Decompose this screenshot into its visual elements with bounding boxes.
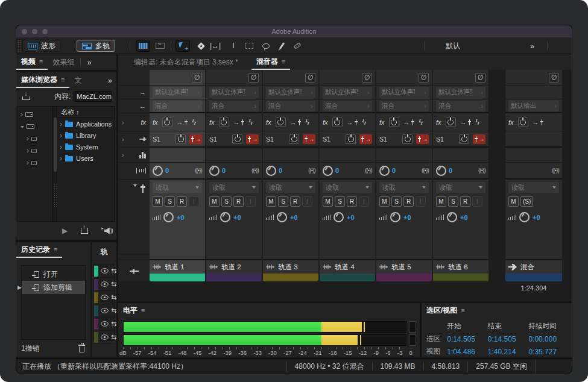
tab-selection-view[interactable]: 选区/视图 ≡	[422, 303, 470, 318]
tree-item-expanded[interactable]	[18, 121, 52, 133]
master-output-select[interactable]: 默认输出 ›	[508, 101, 559, 111]
view-duration-value[interactable]: 0:35.727	[528, 348, 569, 356]
lasso-selection-tool[interactable]	[259, 40, 273, 52]
clip-indicator-right[interactable]	[409, 334, 416, 346]
selection-duration-value[interactable]: 0:00.000	[528, 335, 569, 343]
eye-icon[interactable]	[101, 321, 109, 327]
tab-editor[interactable]: 编辑器: 未命名混音项目 3.sesx *	[129, 54, 243, 70]
track-color-swatch[interactable]	[94, 279, 98, 290]
track-color-swatch[interactable]	[94, 292, 98, 303]
mute-button[interactable]: M	[508, 196, 519, 207]
solo-safe-button[interactable]: (S)	[520, 196, 533, 207]
multitrack-view-button[interactable]: 多轨	[77, 40, 115, 52]
chevron-right-icon[interactable]: ›	[27, 134, 29, 143]
folder-row[interactable]: › System	[57, 141, 115, 152]
name-column-header[interactable]: 名称 ↑	[57, 107, 115, 118]
panel-menu-icon[interactable]: ≡	[39, 58, 43, 65]
tree-item[interactable]: ›	[18, 108, 52, 121]
swap-arrows-icon[interactable]: ⇆	[111, 307, 116, 315]
track-visibility-row[interactable]: ⇆	[94, 331, 114, 344]
content-dropdown[interactable]: MacZL.com	[74, 91, 112, 102]
track-color-swatch[interactable]	[94, 305, 98, 316]
tab-history[interactable]: 历史记录 ≡	[16, 242, 62, 258]
loop-preview-button[interactable]	[81, 228, 88, 234]
track-visibility-row[interactable]: ⇆	[94, 318, 114, 331]
chevron-right-icon[interactable]: ›	[60, 131, 62, 140]
panel-overflow-button[interactable]: »	[82, 54, 95, 70]
track-color-swatch[interactable]	[94, 332, 98, 343]
eye-icon[interactable]	[101, 308, 109, 313]
swap-arrows-icon[interactable]: ⇆	[111, 267, 116, 275]
folder-row[interactable]: › Users	[57, 152, 115, 164]
selection-end-value[interactable]: 0:14.505	[488, 335, 529, 343]
clip-indicator-left[interactable]	[409, 321, 416, 333]
tree-item[interactable]: ›	[18, 133, 52, 145]
workspace-more-button[interactable]: »	[530, 40, 534, 52]
move-tool[interactable]	[175, 40, 190, 52]
panel-menu-icon[interactable]: ≡	[282, 58, 285, 65]
paintbrush-selection-tool[interactable]	[274, 40, 289, 52]
eye-icon[interactable]	[101, 268, 109, 274]
volume-knob[interactable]	[519, 212, 530, 222]
tree-item[interactable]: ›	[18, 157, 52, 169]
import-icon[interactable]	[22, 93, 30, 100]
history-item[interactable]: ▶ 添加剪辑	[22, 281, 85, 294]
chevron-right-icon[interactable]: ›	[27, 158, 29, 167]
panel-overflow-button[interactable]: »	[103, 72, 116, 88]
chevron-down-icon[interactable]	[21, 126, 24, 128]
auto-play-speaker-button[interactable]: ))	[101, 228, 113, 234]
chevron-right-icon[interactable]: ›	[60, 120, 62, 128]
time-selection-tool[interactable]: I	[226, 40, 241, 52]
slip-tool[interactable]: |↔|	[208, 40, 223, 52]
swap-arrows-icon[interactable]: ⇆	[111, 293, 116, 301]
automation-mode-select[interactable]: 读取	[508, 182, 559, 193]
fx-power-button[interactable]	[518, 117, 528, 127]
tab-effects-rack[interactable]: 效果组	[48, 54, 79, 70]
panel-menu-icon[interactable]: ≡	[461, 307, 464, 314]
track-visibility-row[interactable]: ⇆	[94, 304, 114, 318]
spectral-display-button[interactable]	[136, 40, 150, 52]
media-tree-scrollbar[interactable]	[53, 107, 57, 221]
fx-prepost-button[interactable]: →	[533, 119, 544, 126]
tab-media-browser[interactable]: 媒体浏览器 ≡	[16, 72, 69, 88]
chevron-right-icon[interactable]: ›	[60, 154, 62, 163]
trash-icon[interactable]	[79, 346, 84, 352]
chevron-right-icon[interactable]: ›	[27, 146, 29, 155]
tab-mixer[interactable]: 混音器 ≡	[251, 54, 290, 70]
workspace-selector[interactable]: 默认	[446, 40, 460, 52]
selection-start-value[interactable]: 0:14.505	[447, 335, 488, 343]
track-visibility-row[interactable]: ⇆	[94, 278, 114, 291]
panel-menu-icon[interactable]: ≡	[54, 246, 57, 253]
waveform-display-button[interactable]	[153, 40, 167, 52]
track-visibility-row[interactable]: ⇆	[94, 291, 114, 304]
eye-icon[interactable]	[101, 334, 109, 340]
swap-arrows-icon[interactable]: ⇆	[111, 280, 116, 288]
waveform-view-button[interactable]: 波形	[22, 40, 61, 52]
track-color-swatch[interactable]	[94, 266, 98, 277]
tab-video[interactable]: 视频 ≡	[16, 54, 48, 70]
scrollbar-thumb[interactable]	[54, 117, 57, 172]
eye-icon[interactable]	[101, 281, 109, 287]
track-visibility-row[interactable]: ⇆	[94, 265, 114, 278]
phase-invert-button[interactable]: ∅	[549, 73, 559, 83]
tab-levels[interactable]: 电平 ≡	[118, 303, 150, 318]
tree-item[interactable]: ›	[18, 145, 52, 157]
title-bar[interactable]: Adobe Audition	[16, 25, 572, 37]
folder-row[interactable]: › Applications	[57, 118, 115, 130]
panel-menu-icon[interactable]: ≡	[61, 76, 65, 83]
view-end-value[interactable]: 1:40.214	[488, 348, 529, 356]
spot-healing-brush-tool[interactable]	[290, 40, 305, 52]
eye-icon[interactable]	[101, 295, 109, 300]
toolbar-grip[interactable]	[17, 40, 21, 52]
view-start-value[interactable]: 1:04.486	[447, 348, 488, 356]
preview-play-button[interactable]: ▶	[62, 227, 68, 235]
panel-menu-icon[interactable]: ≡	[141, 307, 145, 314]
swap-arrows-icon[interactable]: ⇆	[111, 333, 116, 341]
marquee-selection-tool[interactable]	[242, 40, 256, 52]
history-item[interactable]: ▶ 打开	[22, 268, 85, 281]
chevron-right-icon[interactable]: ›	[21, 110, 23, 119]
track-color-swatch[interactable]	[94, 319, 98, 330]
master-name-row[interactable]: 混合	[505, 260, 562, 274]
tab-files[interactable]: 文	[69, 72, 85, 88]
razor-tool[interactable]	[194, 40, 208, 52]
